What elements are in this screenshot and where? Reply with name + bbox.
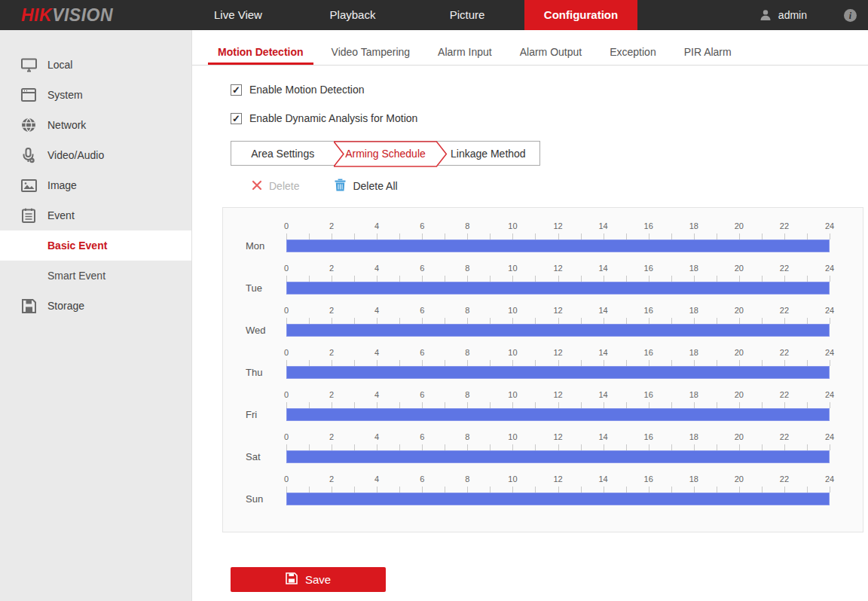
tab-alarm-input[interactable]: Alarm Input <box>428 42 502 65</box>
sidebar-item-label: Storage <box>47 300 84 312</box>
hour-tick <box>286 487 287 493</box>
hour-tick <box>512 276 513 282</box>
hour-tick <box>762 233 763 239</box>
hour-tick <box>399 487 400 493</box>
hour-tick <box>604 233 604 239</box>
schedule-bar-mon[interactable] <box>286 239 830 252</box>
info-icon[interactable]: i <box>843 8 857 23</box>
hour-tick <box>445 487 445 493</box>
sidebar-item-network[interactable]: Network <box>0 110 191 140</box>
hour-tick <box>309 402 310 408</box>
hour-label: 6 <box>420 221 424 230</box>
sidebar-item-system[interactable]: System <box>0 80 191 110</box>
hour-label: 10 <box>508 221 517 230</box>
hour-tick <box>581 487 582 493</box>
hour-label: 6 <box>420 432 424 441</box>
hour-tick <box>399 276 400 282</box>
delete-all-button[interactable]: Delete All <box>335 178 397 194</box>
hour-tick <box>445 233 445 239</box>
day-label-mon: Mon <box>246 240 264 252</box>
hour-label: 12 <box>553 390 562 399</box>
nav-item-live-view[interactable]: Live View <box>181 0 295 30</box>
tab-alarm-output[interactable]: Alarm Output <box>510 42 591 65</box>
sidebar-item-basic-event[interactable]: Basic Event <box>0 230 191 261</box>
hour-tick <box>717 487 717 493</box>
schedule-bar-tue[interactable] <box>286 282 830 294</box>
sidebar-item-event[interactable]: Event <box>0 200 191 230</box>
nav-item-configuration[interactable]: Configuration <box>524 0 637 30</box>
hour-tick <box>490 487 491 493</box>
hour-tick <box>354 444 355 450</box>
schedule-track-sun[interactable] <box>286 493 830 505</box>
hour-label: 14 <box>598 221 607 230</box>
sidebar-item-video-audio[interactable]: Video/Audio <box>0 140 191 170</box>
content-area: Motion DetectionVideo TamperingAlarm Inp… <box>192 30 868 601</box>
hour-label: 16 <box>644 306 653 315</box>
schedule-track-sat[interactable] <box>286 450 830 463</box>
sidebar-item-smart-event[interactable]: Smart Event <box>0 261 191 291</box>
hour-label: 6 <box>420 390 424 399</box>
schedule-bar-sun[interactable] <box>286 493 830 505</box>
hour-tick <box>286 318 287 324</box>
hour-tick <box>332 233 332 239</box>
hour-tick <box>467 276 468 282</box>
delete-button[interactable]: Delete <box>252 180 299 193</box>
hour-label: 24 <box>825 432 834 441</box>
day-label-thu: Thu <box>246 367 262 378</box>
hour-label: 4 <box>374 221 379 230</box>
sidebar-item-label: Event <box>47 209 75 221</box>
subtab-linkage-method[interactable]: Linkage Method <box>437 142 539 165</box>
subtab-area-settings[interactable]: Area Settings <box>231 142 334 165</box>
hour-tick <box>626 318 627 324</box>
hour-tick <box>671 487 672 493</box>
arming-schedule-panel: Mon024681012141618202224Tue0246810121416… <box>222 207 863 532</box>
hour-tick <box>762 276 763 282</box>
hour-label: 8 <box>465 221 469 230</box>
hour-tick <box>784 233 785 239</box>
nav-item-picture[interactable]: Picture <box>410 0 524 30</box>
hour-tick <box>717 318 717 324</box>
schedule-track-tue[interactable] <box>286 282 830 294</box>
checkbox-enable-dynamic-analysis-for-motion[interactable]: ✓ <box>231 113 242 124</box>
schedule-track-fri[interactable] <box>286 408 830 421</box>
checkbox-row-enable-dynamic-analysis-for-motion[interactable]: ✓Enable Dynamic Analysis for Motion <box>231 112 868 124</box>
tab-motion-detection[interactable]: Motion Detection <box>208 42 313 65</box>
schedule-track-wed[interactable] <box>286 324 830 337</box>
schedule-bar-fri[interactable] <box>286 408 830 421</box>
nav-item-playback[interactable]: Playback <box>295 0 410 30</box>
hour-tick <box>467 233 468 239</box>
schedule-bar-sat[interactable] <box>286 450 830 463</box>
hikvision-logo: HIKVISION <box>21 0 113 30</box>
schedule-track-mon[interactable] <box>286 239 830 252</box>
schedule-bar-wed[interactable] <box>286 324 830 337</box>
sidebar-item-local[interactable]: Local <box>0 50 191 80</box>
hour-tick <box>512 318 513 324</box>
hour-tick <box>535 276 536 282</box>
hour-tick <box>490 318 491 324</box>
hour-tick <box>467 360 468 366</box>
hour-tick <box>762 487 763 493</box>
tab-exception[interactable]: Exception <box>600 42 665 65</box>
schedule-row-wed: Wed024681012141618202224 <box>223 306 863 348</box>
hour-label: 20 <box>735 264 744 273</box>
sidebar-item-storage[interactable]: Storage <box>0 291 191 321</box>
user-icon <box>759 8 772 22</box>
schedule-bar-thu[interactable] <box>286 366 830 379</box>
navbar-menu: Live ViewPlaybackPictureConfiguration <box>181 0 637 30</box>
tab-pir-alarm[interactable]: PIR Alarm <box>674 42 741 65</box>
schedule-track-thu[interactable] <box>286 366 830 379</box>
checkbox-row-enable-motion-detection[interactable]: ✓Enable Motion Detection <box>231 84 868 96</box>
subtab-arming-schedule[interactable]: Arming Schedule <box>334 142 436 165</box>
hour-tick <box>739 444 740 450</box>
day-label-sat: Sat <box>246 451 261 462</box>
tab-video-tampering[interactable]: Video Tampering <box>322 42 420 65</box>
checkbox-enable-motion-detection[interactable]: ✓ <box>231 84 242 96</box>
hour-label: 2 <box>329 390 334 399</box>
sidebar-item-image[interactable]: Image <box>0 170 191 200</box>
subtab-label: Area Settings <box>251 148 314 160</box>
hour-label: 12 <box>553 264 562 273</box>
hour-tick <box>830 402 830 408</box>
logo-hik: HIK <box>21 5 52 26</box>
day-label-tue: Tue <box>246 282 262 294</box>
save-button[interactable]: Save <box>231 567 386 592</box>
